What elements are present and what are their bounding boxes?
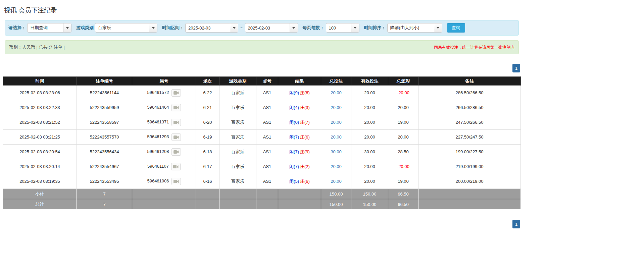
cell-time: 2025-02-03 03:23:06 [3, 86, 77, 100]
cell-table-no: AS1 [256, 159, 278, 174]
cell-bet-id: 522243557570 [77, 130, 132, 145]
cell-game-type: 百家乐 [219, 174, 256, 189]
result-player: 闲(5) [289, 179, 299, 184]
cell-empty [278, 189, 321, 199]
subtotal-valid-bet: 150.00 [351, 189, 388, 199]
cell-game-type: 百家乐 [219, 115, 256, 130]
col-header-valid-bet: 有效投注 [351, 77, 388, 86]
video-camera-icon [174, 179, 179, 183]
cell-round-id: 596461371 [132, 115, 196, 130]
result-banker: 庄(3) [300, 105, 310, 110]
cell-result: 闲(7)庄(2) [278, 159, 321, 174]
result-banker: 庄(6) [300, 134, 310, 140]
cell-valid-bet: 20.00 [351, 115, 388, 130]
cell-note: 247.50/266.50 [418, 115, 521, 130]
table-header-row: 时间 注单编号 局号 场次 游戏类别 桌号 结果 总投注 有效投注 总派彩 备注 [3, 77, 521, 86]
video-camera-icon [174, 106, 179, 110]
cell-total-bet[interactable]: 20.00 [321, 86, 351, 100]
col-header-total-bet: 总投注 [321, 77, 351, 86]
video-replay-button[interactable] [171, 104, 181, 111]
time-sort-dropdown-button[interactable] [434, 23, 442, 32]
cell-valid-bet: 20.00 [351, 159, 388, 174]
cell-result: 闲(7)庄(9) [278, 145, 321, 159]
cell-valid-bet: 30.00 [351, 145, 388, 159]
subtotal-payout: 66.50 [388, 189, 418, 199]
video-replay-button[interactable] [171, 119, 181, 126]
summary-bar: 币别：人民币 | 总共 :7 注单 | 同局有效投注，统一计算在该局第一张注单内 [5, 40, 519, 54]
cell-empty [196, 189, 219, 199]
cell-total-bet[interactable]: 20.00 [321, 174, 351, 189]
cell-round-id: 596461208 [132, 145, 196, 159]
cell-time: 2025-02-03 03:20:54 [3, 145, 77, 159]
col-header-game-type: 游戏类别 [219, 77, 256, 86]
page-1-button[interactable]: 1 [512, 220, 520, 228]
date-to-input[interactable] [245, 23, 290, 32]
col-header-bet-id: 注单编号 [77, 77, 132, 86]
page-size-dropdown-button[interactable] [351, 23, 359, 32]
cell-result: 闲(9)庄(6) [278, 86, 321, 100]
cell-total-bet[interactable]: 20.00 [321, 130, 351, 145]
result-banker: 庄(7) [300, 120, 310, 125]
cell-total-bet[interactable]: 20.00 [321, 115, 351, 130]
chevron-down-icon [354, 27, 356, 29]
page-size-label: 每页笔数： [303, 25, 325, 31]
result-banker: 庄(2) [300, 164, 310, 169]
cell-table-no: AS1 [256, 115, 278, 130]
col-header-payout: 总派彩 [388, 77, 418, 86]
cell-session: 6-21 [196, 100, 219, 115]
video-replay-button[interactable] [171, 178, 181, 185]
table-row: 2025-02-03 03:23:06 522243561144 5964615… [3, 86, 521, 100]
cell-session: 6-22 [196, 86, 219, 100]
date-to-dropdown-button[interactable] [290, 23, 298, 32]
video-replay-button[interactable] [171, 163, 181, 170]
time-sort-input[interactable] [388, 23, 434, 32]
query-type-dropdown-button[interactable] [63, 23, 71, 32]
table-row: 2025-02-03 03:21:25 522243557570 5964612… [3, 130, 521, 145]
date-from-dropdown-button[interactable] [230, 23, 238, 32]
col-header-result: 结果 [278, 77, 321, 86]
query-type-input[interactable] [28, 23, 63, 32]
date-from-combo [185, 23, 238, 33]
game-type-input[interactable] [95, 23, 149, 32]
result-player: 闲(4) [289, 105, 299, 110]
video-replay-button[interactable] [171, 148, 181, 156]
page-1-button[interactable]: 1 [512, 64, 520, 72]
cell-valid-bet: 20.00 [351, 174, 388, 189]
cell-payout: 20.00 [388, 130, 418, 145]
betting-records-page: 视讯 会员下注纪录 请选择： 游戏类别 时间区间： ~ 每页笔数： 时间排序： [0, 0, 524, 235]
cell-note: 219.00/199.00 [418, 159, 521, 174]
video-camera-icon [174, 135, 179, 139]
cell-total-bet[interactable]: 20.00 [321, 159, 351, 174]
cell-note: 227.50/247.50 [418, 130, 521, 145]
cell-session: 6-16 [196, 174, 219, 189]
round-id-value: 596461006 [147, 178, 169, 183]
date-range-label: 时间区间： [162, 25, 184, 31]
page-size-input[interactable] [326, 23, 351, 32]
cell-total-bet[interactable]: 20.00 [321, 100, 351, 115]
date-from-input[interactable] [186, 23, 230, 32]
cell-empty [278, 199, 321, 210]
cell-result: 闲(4)庄(3) [278, 100, 321, 115]
search-button[interactable]: 查询 [447, 23, 465, 33]
game-type-dropdown-button[interactable] [149, 23, 157, 32]
cell-total-bet[interactable]: 30.00 [321, 145, 351, 159]
cell-table-no: AS1 [256, 86, 278, 100]
records-table: 时间 注单编号 局号 场次 游戏类别 桌号 结果 总投注 有效投注 总派彩 备注… [3, 76, 521, 210]
cell-game-type: 百家乐 [219, 100, 256, 115]
cell-table-no: AS1 [256, 130, 278, 145]
result-player: 闲(7) [289, 134, 299, 140]
video-replay-button[interactable] [171, 133, 181, 141]
page-title: 视讯 会员下注纪录 [3, 3, 521, 20]
game-type-label: 游戏类别 [76, 25, 94, 31]
round-id-value: 596461371 [147, 119, 169, 124]
cell-bet-id: 522243554967 [77, 159, 132, 174]
grand-total-label: 总计 [3, 199, 77, 210]
cell-empty [418, 189, 521, 199]
video-replay-button[interactable] [171, 89, 181, 97]
cell-time: 2025-02-03 03:19:35 [3, 174, 77, 189]
query-type-combo [27, 23, 71, 33]
chevron-down-icon [152, 27, 155, 29]
cell-session: 6-17 [196, 159, 219, 174]
cell-round-id: 596461572 [132, 86, 196, 100]
pagination-bottom: 1 [3, 220, 520, 228]
